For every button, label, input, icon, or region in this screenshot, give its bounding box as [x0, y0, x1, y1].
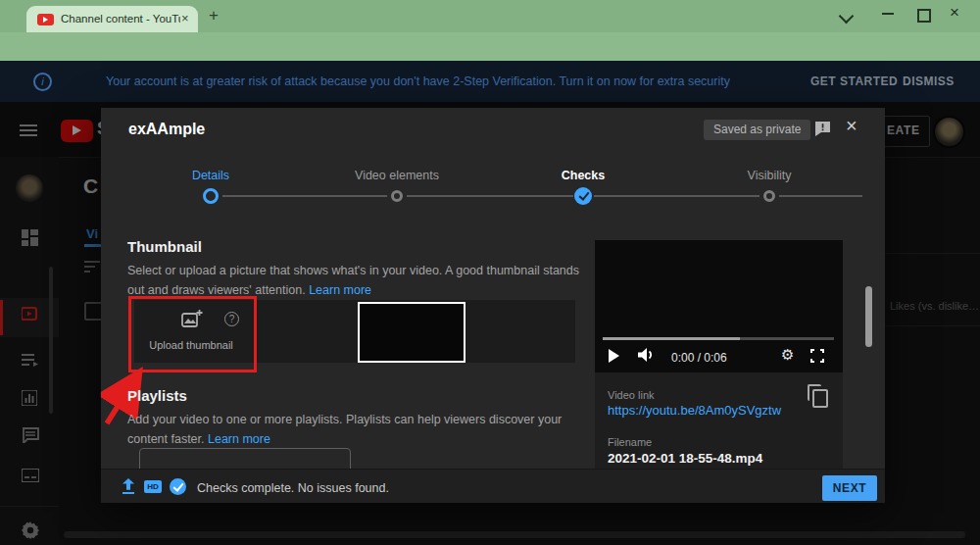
step-connector: [594, 195, 760, 197]
banner-message: Your account is at greater risk of attac…: [106, 74, 730, 88]
checks-status-text: Checks complete. No issues found.: [197, 481, 389, 495]
thumbnail-learn-more-link[interactable]: Learn more: [309, 283, 371, 297]
step-details-label[interactable]: Details: [142, 169, 279, 182]
thumbnail-heading: Thumbnail: [127, 238, 202, 255]
playlists-description-text: Add your video to one or more playlists.…: [127, 413, 562, 446]
step-visibility-circle[interactable]: [763, 190, 775, 202]
filename-value: 2021-02-01 18-55-48.mp4: [608, 451, 823, 469]
tab-title: Channel content - YouTube Studi: [61, 13, 180, 25]
hd-status-icon: HD: [144, 480, 162, 493]
new-tab-button[interactable]: +: [209, 6, 219, 25]
close-icon[interactable]: ×: [846, 115, 858, 137]
video-info-panel: Video link https://youtu.be/8Am0ySVgztw …: [595, 372, 843, 469]
play-icon[interactable]: [609, 349, 619, 363]
feedback-icon[interactable]: [814, 121, 831, 140]
video-link-label: Video link: [608, 389, 655, 401]
upload-status-icon: [121, 478, 136, 499]
step-connector: [407, 195, 573, 197]
next-button[interactable]: NEXT: [822, 475, 877, 501]
annotation-red-box: [128, 296, 257, 372]
player-progress-track[interactable]: [603, 337, 834, 340]
browser-toolbar: ← → ↻ studio.youtube.com/channel/UCvY_il…: [0, 32, 980, 61]
security-banner: i Your account is at greater risk of att…: [0, 61, 980, 102]
youtube-favicon: [37, 14, 54, 25]
window-close-icon[interactable]: ×: [950, 3, 959, 23]
dismiss-button[interactable]: DISMISS: [903, 74, 955, 88]
browser-tab-strip: Channel content - YouTube Studi × + ×: [0, 0, 980, 32]
window-maximize-icon[interactable]: [917, 9, 931, 23]
get-started-button[interactable]: GET STARTED: [810, 74, 898, 88]
step-checks-circle-check-icon[interactable]: [574, 187, 592, 205]
selected-thumbnail[interactable]: [358, 302, 466, 363]
video-title: exAAmple: [128, 121, 205, 138]
video-player: 0:00 / 0:06 ⚙: [595, 240, 843, 372]
fullscreen-icon[interactable]: [810, 349, 824, 367]
browser-tab[interactable]: Channel content - YouTube Studi ×: [26, 6, 198, 32]
step-checks-label[interactable]: Checks: [514, 169, 652, 182]
playlists-heading: Playlists: [127, 387, 187, 404]
step-details-circle[interactable]: [203, 188, 219, 204]
playlists-learn-more-link[interactable]: Learn more: [208, 432, 270, 446]
step-connector: [779, 195, 862, 197]
playlists-description: Add your video to one or more playlists.…: [127, 410, 598, 449]
player-time: 0:00 / 0:06: [671, 351, 727, 365]
info-icon: i: [33, 73, 52, 91]
volume-icon[interactable]: [638, 348, 656, 366]
filename-label: Filename: [608, 436, 652, 448]
dialog-scrollbar[interactable]: [865, 286, 872, 347]
window-chevron-icon[interactable]: [839, 9, 855, 25]
tab-close-icon[interactable]: ×: [181, 11, 189, 25]
player-progress-fill: [603, 337, 740, 340]
step-video-elements-circle[interactable]: [391, 190, 403, 202]
step-visibility-label[interactable]: Visibility: [701, 169, 838, 182]
step-connector: [222, 195, 387, 197]
player-settings-gear-icon[interactable]: ⚙: [781, 346, 794, 364]
screenshot-root: Channel content - YouTube Studi × + × ← …: [0, 0, 980, 545]
dialog-footer: HD Checks complete. No issues found. NEX…: [101, 469, 885, 503]
copy-icon[interactable]: [812, 389, 828, 408]
upload-dialog: exAAmple Saved as private × Details Vide…: [101, 108, 885, 503]
saved-as-private-badge: Saved as private: [704, 120, 810, 140]
window-minimize-icon[interactable]: [882, 13, 894, 15]
checks-complete-icon: [170, 478, 186, 495]
video-link-url[interactable]: https://youtu.be/8Am0ySVgztw: [608, 403, 781, 418]
thumbnail-description: Select or upload a picture that shows wh…: [127, 261, 598, 300]
step-video-elements-label[interactable]: Video elements: [328, 169, 466, 182]
